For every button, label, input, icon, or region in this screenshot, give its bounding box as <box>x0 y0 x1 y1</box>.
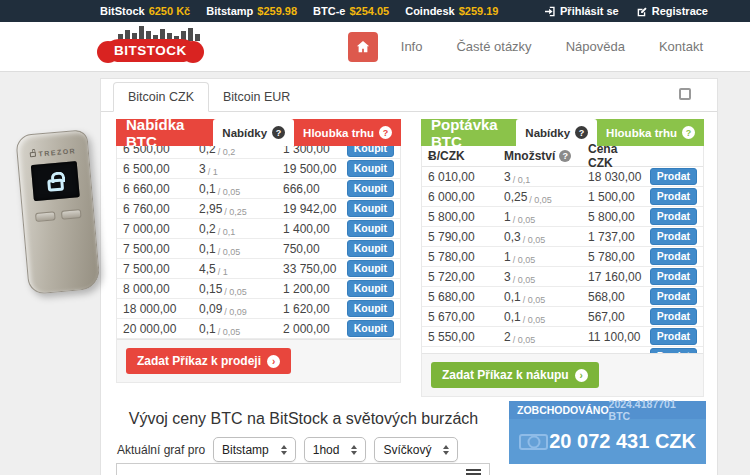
menu-item-list: Info Časté otázky Nápověda Kontakt <box>384 32 720 62</box>
ask-amount-cell: 0,2/ 0,1 <box>199 222 283 236</box>
bid-amount-cell: 1/ 0,05 <box>504 250 588 264</box>
ask-amount-cell: 0,1/ 0,05 <box>199 322 283 336</box>
bid-price-cell: 5 780,00 <box>428 250 504 264</box>
trezor-device: TREZOR <box>15 129 101 295</box>
ask-amount-cell: 0,15/ 0,05 <box>199 282 283 296</box>
ask-tab-offers[interactable]: Nabídky ? <box>213 119 294 146</box>
circle-arrow-icon: › <box>267 355 280 368</box>
ask-table-row: 6 760,00 2,95/ 0,25 19 942,00 Koupit <box>117 199 400 219</box>
ask-total-cell: 666,00 <box>283 182 340 196</box>
bid-table-row: 5 780,00 1/ 0,05 5 780,00 Prodat <box>422 247 703 267</box>
bid-tab-offers[interactable]: Nabídky ? <box>516 119 597 146</box>
question-icon[interactable]: ? <box>379 126 392 139</box>
option-checkbox[interactable] <box>679 88 691 100</box>
sell-button[interactable]: Prodat <box>650 248 697 265</box>
buy-button[interactable]: Koupit <box>347 240 394 257</box>
sell-button[interactable]: Prodat <box>650 288 697 305</box>
place-sell-order-button[interactable]: Zadat Příkaz k prodeji › <box>126 348 291 374</box>
bid-total-cell: 1 737,00 <box>588 230 643 244</box>
bid-panel-title: Poptávka BTC <box>421 119 516 146</box>
ticker-exchange-label: Coindesk <box>405 5 455 17</box>
ask-price-cell: 6 500,00 <box>123 146 199 156</box>
main-menu: Info Časté otázky Nápověda Kontakt <box>348 32 720 62</box>
bid-min-amount: / 0,05 <box>513 255 536 265</box>
chart-select[interactable]: 1hod <box>304 437 367 462</box>
chart-select[interactable]: Svíčkový <box>374 437 458 462</box>
ask-price-cell: 20 000,00 <box>123 322 199 336</box>
top-ticker-bar: BitStock6250 Kč Bitstamp$259.98 BTC-e$25… <box>0 0 750 22</box>
buy-button[interactable]: Koupit <box>347 280 394 297</box>
edit-register-icon <box>637 6 648 17</box>
ask-price-cell: 8 000,00 <box>123 282 199 296</box>
home-icon <box>356 40 370 54</box>
ask-min-amount: / 0,25 <box>224 207 247 217</box>
trezor-device-image: TREZOR <box>14 132 104 307</box>
chart-menu-icon[interactable] <box>466 469 481 475</box>
ask-min-amount: / 0,05 <box>218 187 241 197</box>
buy-button[interactable]: Koupit <box>347 220 394 237</box>
home-button[interactable] <box>348 32 378 62</box>
buy-button[interactable]: Koupit <box>347 260 394 277</box>
ask-total-cell: 19 942,00 <box>283 202 340 216</box>
bid-table-row: 5 550,00 2/ 0,05 11 100,00 Prodat <box>422 327 703 347</box>
buy-button[interactable]: Koupit <box>347 160 394 177</box>
sell-button[interactable]: Prodat <box>650 188 697 205</box>
buy-button[interactable]: Koupit <box>347 300 394 317</box>
sell-button[interactable]: Prodat <box>650 268 697 285</box>
chart-select-list: Bitstamp 1hod Svíčkový <box>213 437 458 462</box>
ask-price-cell: 7 500,00 <box>123 242 199 256</box>
sell-button[interactable]: Prodat <box>650 308 697 325</box>
question-icon[interactable]: ? <box>682 126 695 139</box>
ask-total-cell: 19 500,00 <box>283 162 340 176</box>
sell-button[interactable]: Prodat <box>650 348 697 353</box>
sell-button[interactable]: Prodat <box>650 168 697 185</box>
tab-bitcoin-eur[interactable]: Bitcoin EUR <box>209 83 304 111</box>
question-icon[interactable]: ? <box>559 150 571 162</box>
ask-panel: Nabídka BTC Nabídky ? Hloubka trhu ? 6 5… <box>116 119 401 383</box>
menu-item[interactable]: Nápověda <box>549 32 642 62</box>
trezor-screen <box>31 161 80 201</box>
tab-bitcoin-czk[interactable]: Bitcoin CZK <box>113 82 209 112</box>
buy-button[interactable]: Koupit <box>347 320 394 337</box>
sell-button[interactable]: Prodat <box>650 228 697 245</box>
ask-tab-market-depth[interactable]: Hloubka trhu ? <box>294 119 401 146</box>
bid-amount-cell: 0,1/ 0,05 <box>504 290 588 304</box>
traded-box-header: ZOBCHODOVÁNO 2024.4187701 BTC <box>509 401 706 419</box>
ask-min-amount: / 0,05 <box>224 287 247 297</box>
bid-table-row: 5 670,00 0,1/ 0,05 567,00 Prodat <box>422 307 703 327</box>
bitstock-logo[interactable]: BITSTOCK <box>104 25 200 62</box>
ticker-price-value: 6250 Kč <box>149 5 191 17</box>
chart-select[interactable]: Bitstamp <box>213 437 296 462</box>
ask-amount-cell: 3/ 1 <box>199 162 283 176</box>
bid-total-cell: 1 500,00 <box>588 190 643 204</box>
ask-price-cell: 18 000,00 <box>123 302 199 316</box>
question-icon[interactable]: ? <box>575 126 588 139</box>
lock-icon <box>29 152 35 158</box>
ask-amount-cell: 2,95/ 0,25 <box>199 202 283 216</box>
menu-item[interactable]: Kontakt <box>642 32 720 62</box>
ask-min-amount: / 0,1 <box>218 227 236 237</box>
select-value: Bitstamp <box>222 443 269 457</box>
buy-button[interactable]: Koupit <box>347 180 394 197</box>
bid-table-row: 5 800,00 1/ 0,05 5 800,00 Prodat <box>422 207 703 227</box>
bid-price-cell: 5 800,00 <box>428 210 504 224</box>
ask-total-cell: 1 620,00 <box>283 302 340 316</box>
bid-table-header: Ƀ/CZK Množství? Cena CZK <box>422 146 703 167</box>
question-icon[interactable]: ? <box>272 126 285 139</box>
bid-panel-body: Ƀ/CZK Množství? Cena CZK 6 010,00 3/ 0,1… <box>421 146 704 397</box>
sell-button[interactable]: Prodat <box>650 328 697 345</box>
ask-table-body: 6 500,00 0,2/ 0,2 1 300,00 Koupit 6 500,… <box>117 146 400 339</box>
ticker-exchange-label: BTC-e <box>313 5 345 17</box>
menu-item[interactable]: Časté otázky <box>439 32 548 62</box>
bid-amount-cell: 3/ 0,05 <box>504 270 588 284</box>
ask-table: 6 500,00 0,2/ 0,2 1 300,00 Koupit 6 500,… <box>117 146 400 339</box>
register-link[interactable]: Registrace <box>637 5 708 17</box>
brand-name: BITSTOCK <box>114 43 187 58</box>
menu-item[interactable]: Info <box>384 32 440 62</box>
buy-button[interactable]: Koupit <box>347 200 394 217</box>
bid-amount-cell: 3/ 0,1 <box>504 170 588 184</box>
place-buy-order-button[interactable]: Zadat Příkaz k nákupu › <box>431 362 599 388</box>
sell-button[interactable]: Prodat <box>650 208 697 225</box>
buy-button[interactable]: Koupit <box>347 146 394 157</box>
login-link[interactable]: Přihlásit se <box>545 5 619 17</box>
